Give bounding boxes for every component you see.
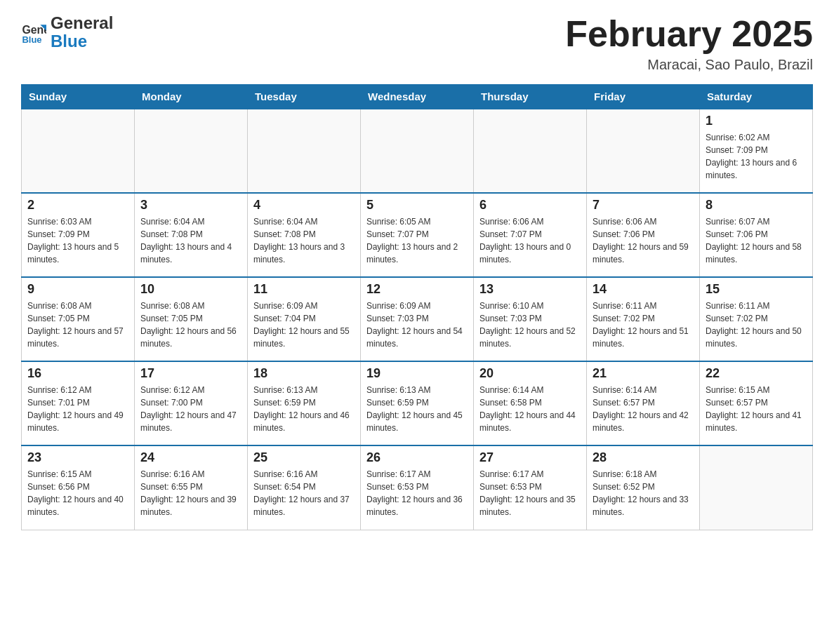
day-info: Sunrise: 6:14 AMSunset: 6:58 PMDaylight:… bbox=[479, 384, 581, 434]
day-number: 5 bbox=[366, 198, 468, 213]
day-number: 22 bbox=[706, 366, 807, 381]
day-number: 4 bbox=[253, 198, 355, 213]
day-info: Sunrise: 6:17 AMSunset: 6:53 PMDaylight:… bbox=[366, 468, 468, 518]
day-info: Sunrise: 6:12 AMSunset: 7:01 PMDaylight:… bbox=[27, 384, 128, 434]
day-info: Sunrise: 6:14 AMSunset: 6:57 PMDaylight:… bbox=[593, 384, 694, 434]
day-number: 10 bbox=[140, 282, 241, 297]
day-number: 23 bbox=[27, 450, 128, 465]
day-cell: 2Sunrise: 6:03 AMSunset: 7:09 PMDaylight… bbox=[22, 193, 135, 277]
week-row-1: 1Sunrise: 6:02 AMSunset: 7:09 PMDaylight… bbox=[22, 109, 813, 193]
day-cell: 28Sunrise: 6:18 AMSunset: 6:52 PMDayligh… bbox=[587, 445, 700, 530]
day-cell: 1Sunrise: 6:02 AMSunset: 7:09 PMDaylight… bbox=[700, 109, 813, 193]
day-header-monday: Monday bbox=[135, 85, 248, 109]
logo-general-text: General bbox=[51, 14, 113, 32]
day-cell: 6Sunrise: 6:06 AMSunset: 7:07 PMDaylight… bbox=[474, 193, 587, 277]
day-header-saturday: Saturday bbox=[700, 85, 813, 109]
day-number: 20 bbox=[479, 366, 581, 381]
day-info: Sunrise: 6:08 AMSunset: 7:05 PMDaylight:… bbox=[140, 300, 241, 350]
day-number: 12 bbox=[366, 282, 468, 297]
day-number: 11 bbox=[253, 282, 355, 297]
day-info: Sunrise: 6:11 AMSunset: 7:02 PMDaylight:… bbox=[593, 300, 694, 350]
week-row-3: 9Sunrise: 6:08 AMSunset: 7:05 PMDaylight… bbox=[22, 277, 813, 361]
day-header-tuesday: Tuesday bbox=[248, 85, 361, 109]
days-header-row: SundayMondayTuesdayWednesdayThursdayFrid… bbox=[22, 85, 813, 109]
calendar-body: 1Sunrise: 6:02 AMSunset: 7:09 PMDaylight… bbox=[22, 109, 813, 530]
day-number: 6 bbox=[479, 198, 581, 213]
day-info: Sunrise: 6:16 AMSunset: 6:55 PMDaylight:… bbox=[140, 468, 241, 518]
day-number: 26 bbox=[366, 450, 468, 465]
day-info: Sunrise: 6:09 AMSunset: 7:03 PMDaylight:… bbox=[366, 300, 468, 350]
day-number: 13 bbox=[479, 282, 581, 297]
location: Maracai, Sao Paulo, Brazil bbox=[565, 57, 813, 73]
day-cell bbox=[248, 109, 361, 193]
month-title: February 2025 bbox=[565, 14, 813, 54]
logo-icon: General Blue bbox=[21, 20, 46, 45]
day-number: 28 bbox=[593, 450, 694, 465]
day-cell: 11Sunrise: 6:09 AMSunset: 7:04 PMDayligh… bbox=[248, 277, 361, 361]
day-info: Sunrise: 6:04 AMSunset: 7:08 PMDaylight:… bbox=[140, 215, 241, 266]
day-cell: 7Sunrise: 6:06 AMSunset: 7:06 PMDaylight… bbox=[587, 193, 700, 277]
day-number: 2 bbox=[27, 198, 128, 213]
day-info: Sunrise: 6:07 AMSunset: 7:06 PMDaylight:… bbox=[706, 215, 807, 266]
day-number: 27 bbox=[479, 450, 581, 465]
day-cell: 14Sunrise: 6:11 AMSunset: 7:02 PMDayligh… bbox=[587, 277, 700, 361]
day-info: Sunrise: 6:16 AMSunset: 6:54 PMDaylight:… bbox=[253, 468, 355, 518]
day-info: Sunrise: 6:08 AMSunset: 7:05 PMDaylight:… bbox=[27, 300, 128, 350]
week-row-5: 23Sunrise: 6:15 AMSunset: 6:56 PMDayligh… bbox=[22, 445, 813, 530]
day-info: Sunrise: 6:03 AMSunset: 7:09 PMDaylight:… bbox=[27, 215, 128, 266]
day-number: 18 bbox=[253, 366, 355, 381]
day-number: 24 bbox=[140, 450, 241, 465]
day-number: 19 bbox=[366, 366, 468, 381]
day-info: Sunrise: 6:18 AMSunset: 6:52 PMDaylight:… bbox=[593, 468, 694, 518]
day-info: Sunrise: 6:02 AMSunset: 7:09 PMDaylight:… bbox=[706, 131, 807, 182]
day-cell: 13Sunrise: 6:10 AMSunset: 7:03 PMDayligh… bbox=[474, 277, 587, 361]
day-number: 8 bbox=[706, 198, 807, 213]
day-cell: 8Sunrise: 6:07 AMSunset: 7:06 PMDaylight… bbox=[700, 193, 813, 277]
week-row-4: 16Sunrise: 6:12 AMSunset: 7:01 PMDayligh… bbox=[22, 361, 813, 445]
day-number: 7 bbox=[593, 198, 694, 213]
day-number: 1 bbox=[706, 114, 807, 128]
day-info: Sunrise: 6:05 AMSunset: 7:07 PMDaylight:… bbox=[366, 215, 468, 266]
logo: General Blue General Blue bbox=[21, 14, 113, 51]
logo-blue-text: Blue bbox=[51, 32, 113, 51]
day-info: Sunrise: 6:06 AMSunset: 7:06 PMDaylight:… bbox=[593, 215, 694, 266]
day-number: 16 bbox=[27, 366, 128, 381]
day-cell: 12Sunrise: 6:09 AMSunset: 7:03 PMDayligh… bbox=[361, 277, 474, 361]
day-cell bbox=[361, 109, 474, 193]
day-cell: 3Sunrise: 6:04 AMSunset: 7:08 PMDaylight… bbox=[135, 193, 248, 277]
day-cell: 22Sunrise: 6:15 AMSunset: 6:57 PMDayligh… bbox=[700, 361, 813, 445]
day-cell bbox=[135, 109, 248, 193]
day-cell: 23Sunrise: 6:15 AMSunset: 6:56 PMDayligh… bbox=[22, 445, 135, 530]
day-header-thursday: Thursday bbox=[474, 85, 587, 109]
day-info: Sunrise: 6:10 AMSunset: 7:03 PMDaylight:… bbox=[479, 300, 581, 350]
day-cell: 20Sunrise: 6:14 AMSunset: 6:58 PMDayligh… bbox=[474, 361, 587, 445]
title-block: February 2025 Maracai, Sao Paulo, Brazil bbox=[565, 14, 813, 73]
day-cell: 5Sunrise: 6:05 AMSunset: 7:07 PMDaylight… bbox=[361, 193, 474, 277]
svg-text:Blue: Blue bbox=[22, 35, 41, 46]
day-info: Sunrise: 6:11 AMSunset: 7:02 PMDaylight:… bbox=[706, 300, 807, 350]
day-cell: 10Sunrise: 6:08 AMSunset: 7:05 PMDayligh… bbox=[135, 277, 248, 361]
day-info: Sunrise: 6:13 AMSunset: 6:59 PMDaylight:… bbox=[253, 384, 355, 434]
day-cell: 27Sunrise: 6:17 AMSunset: 6:53 PMDayligh… bbox=[474, 445, 587, 530]
day-header-sunday: Sunday bbox=[22, 85, 135, 109]
calendar-header: SundayMondayTuesdayWednesdayThursdayFrid… bbox=[22, 85, 813, 109]
day-number: 25 bbox=[253, 450, 355, 465]
day-cell: 21Sunrise: 6:14 AMSunset: 6:57 PMDayligh… bbox=[587, 361, 700, 445]
day-info: Sunrise: 6:17 AMSunset: 6:53 PMDaylight:… bbox=[479, 468, 581, 518]
day-cell: 9Sunrise: 6:08 AMSunset: 7:05 PMDaylight… bbox=[22, 277, 135, 361]
day-cell: 15Sunrise: 6:11 AMSunset: 7:02 PMDayligh… bbox=[700, 277, 813, 361]
day-number: 21 bbox=[593, 366, 694, 381]
day-cell bbox=[474, 109, 587, 193]
day-header-friday: Friday bbox=[587, 85, 700, 109]
day-cell: 16Sunrise: 6:12 AMSunset: 7:01 PMDayligh… bbox=[22, 361, 135, 445]
day-cell: 19Sunrise: 6:13 AMSunset: 6:59 PMDayligh… bbox=[361, 361, 474, 445]
day-info: Sunrise: 6:06 AMSunset: 7:07 PMDaylight:… bbox=[479, 215, 581, 266]
day-info: Sunrise: 6:15 AMSunset: 6:57 PMDaylight:… bbox=[706, 384, 807, 434]
day-info: Sunrise: 6:12 AMSunset: 7:00 PMDaylight:… bbox=[140, 384, 241, 434]
day-number: 15 bbox=[706, 282, 807, 297]
day-number: 14 bbox=[593, 282, 694, 297]
day-number: 9 bbox=[27, 282, 128, 297]
day-cell bbox=[22, 109, 135, 193]
day-cell: 17Sunrise: 6:12 AMSunset: 7:00 PMDayligh… bbox=[135, 361, 248, 445]
day-info: Sunrise: 6:04 AMSunset: 7:08 PMDaylight:… bbox=[253, 215, 355, 266]
